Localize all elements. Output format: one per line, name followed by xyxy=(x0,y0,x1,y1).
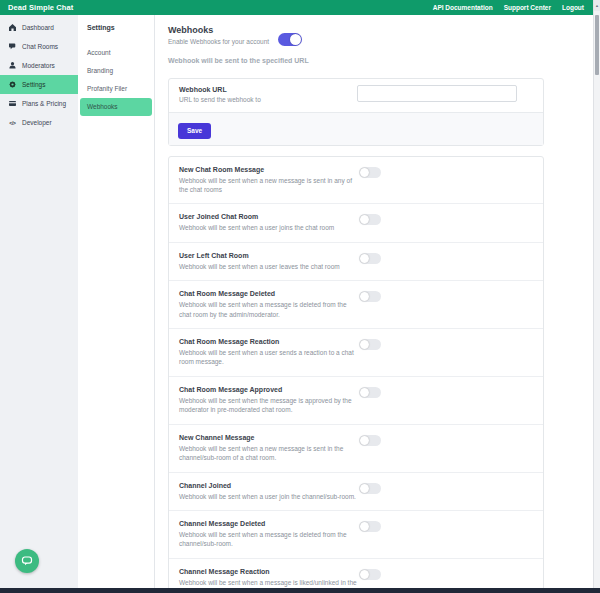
event-text: Channel Message Reaction Webhook will be… xyxy=(179,568,359,588)
settings-nav-item[interactable]: Webhooks xyxy=(80,98,152,116)
event-text: Chat Room Message Deleted Webhook will b… xyxy=(179,290,359,319)
topbar-link[interactable]: Support Center xyxy=(504,4,551,11)
sidebar-item-label: Moderators xyxy=(22,62,55,69)
settings-nav-item[interactable]: Profanity Filer xyxy=(80,80,152,98)
event-description: Webhook will be sent when a message is d… xyxy=(179,530,359,549)
sidebar-item-moderators[interactable]: Moderators xyxy=(0,56,78,75)
topbar-links: API DocumentationSupport CenterLogout xyxy=(433,4,584,11)
primary-sidebar: Dashboard Chat Rooms Moderators Settings… xyxy=(0,15,78,588)
settings-nav: Settings AccountBrandingProfanity FilerW… xyxy=(78,15,155,588)
window-bottom-edge xyxy=(0,588,600,593)
enable-webhooks-toggle[interactable] xyxy=(278,33,302,46)
event-description: Webhook will be sent when a user leaves … xyxy=(179,262,359,271)
webhook-event-row: Chat Room Message Deleted Webhook will b… xyxy=(169,280,543,328)
moderator-icon xyxy=(8,61,17,70)
page-title: Webhooks xyxy=(168,25,593,35)
event-title: Channel Message Deleted xyxy=(179,520,359,527)
event-toggle[interactable] xyxy=(359,387,381,398)
topbar-link[interactable]: API Documentation xyxy=(433,4,493,11)
event-toggle[interactable] xyxy=(359,167,381,178)
toggle-knob xyxy=(360,436,369,445)
settings-nav-item[interactable]: Account xyxy=(80,44,152,62)
save-button[interactable]: Save xyxy=(178,123,211,139)
settings-nav-list: AccountBrandingProfanity FilerWebhooks xyxy=(78,44,154,116)
event-text: Chat Room Message Reaction Webhook will … xyxy=(179,338,359,367)
webhooks-settings-panel: Webhooks Enable Webhooks for your accoun… xyxy=(155,15,593,588)
toggle-knob xyxy=(360,388,369,397)
sidebar-item-label: Dashboard xyxy=(22,24,54,31)
sidebar-item-label: Plans & Pricing xyxy=(22,100,66,107)
code-icon: </> xyxy=(8,118,17,127)
toggle-knob xyxy=(360,484,369,493)
webhook-event-row: Channel Message Deleted Webhook will be … xyxy=(169,510,543,558)
event-description: Webhook will be sent when a new message … xyxy=(179,176,359,195)
event-title: Channel Joined xyxy=(179,482,359,489)
gear-icon xyxy=(8,80,17,89)
topbar-link[interactable]: Logout xyxy=(562,4,584,11)
event-text: User Left Chat Room Webhook will be sent… xyxy=(179,252,359,271)
sidebar-item-label: Settings xyxy=(22,81,46,88)
webhook-event-row: User Left Chat Room Webhook will be sent… xyxy=(169,242,543,280)
page-subtitle: Enable Webhooks for your account xyxy=(168,38,593,45)
webhook-url-card-footer: Save xyxy=(169,112,543,145)
webhook-event-row: Chat Room Message Approved Webhook will … xyxy=(169,376,543,424)
vertical-scrollbar[interactable]: ▲ xyxy=(593,0,600,593)
event-toggle[interactable] xyxy=(359,253,381,264)
help-chat-widget-button[interactable] xyxy=(15,549,39,573)
event-description: Webhook will be sent when a user joins t… xyxy=(179,223,359,232)
webhook-event-row: User Joined Chat Room Webhook will be se… xyxy=(169,203,543,241)
webhook-url-note: Webhook will be sent to the specified UR… xyxy=(168,57,593,64)
top-navbar: Dead Simple Chat API DocumentationSuppor… xyxy=(0,0,600,15)
webhook-url-card: Webhook URL URL to send the webhook to S… xyxy=(168,78,544,146)
toggle-knob xyxy=(360,340,369,349)
webhook-event-row: New Channel Message Webhook will be sent… xyxy=(169,424,543,472)
event-description: Webhook will be sent when a message is d… xyxy=(179,300,359,319)
event-text: Channel Joined Webhook will be sent when… xyxy=(179,482,359,501)
event-toggle[interactable] xyxy=(359,435,381,446)
event-description: Webhook will be sent when a new message … xyxy=(179,444,359,463)
scroll-up-arrow-icon[interactable]: ▲ xyxy=(594,0,600,11)
webhook-url-input[interactable] xyxy=(357,85,517,102)
event-title: New Channel Message xyxy=(179,434,359,441)
toggle-knob xyxy=(360,522,369,531)
toggle-knob xyxy=(290,34,301,45)
sidebar-item-label: Chat Rooms xyxy=(22,43,58,50)
settings-nav-item[interactable]: Branding xyxy=(80,62,152,80)
webhook-event-row: Channel Message Reaction Webhook will be… xyxy=(169,558,543,588)
scrollbar-thumb[interactable] xyxy=(595,15,599,75)
sidebar-item-chat-rooms[interactable]: Chat Rooms xyxy=(0,37,78,56)
event-text: Chat Room Message Approved Webhook will … xyxy=(179,386,359,415)
event-toggle[interactable] xyxy=(359,521,381,532)
credit-card-icon xyxy=(8,99,17,108)
event-toggle[interactable] xyxy=(359,483,381,494)
sidebar-item-dashboard[interactable]: Dashboard xyxy=(0,18,78,37)
event-description: Webhook will be sent when the message is… xyxy=(179,396,359,415)
webhook-event-row: Channel Joined Webhook will be sent when… xyxy=(169,472,543,510)
event-toggle[interactable] xyxy=(359,291,381,302)
event-title: Chat Room Message Reaction xyxy=(179,338,359,345)
event-title: New Chat Room Message xyxy=(179,166,359,173)
toggle-knob xyxy=(360,168,369,177)
brand[interactable]: Dead Simple Chat xyxy=(8,3,73,12)
webhook-event-row: New Chat Room Message Webhook will be se… xyxy=(169,157,543,204)
event-description: Webhook will be sent when a user sends a… xyxy=(179,348,359,367)
event-text: Channel Message Deleted Webhook will be … xyxy=(179,520,359,549)
sidebar-item-settings[interactable]: Settings xyxy=(0,75,78,94)
event-toggle[interactable] xyxy=(359,214,381,225)
toggle-knob xyxy=(360,215,369,224)
event-text: New Channel Message Webhook will be sent… xyxy=(179,434,359,463)
event-title: Chat Room Message Approved xyxy=(179,386,359,393)
event-toggle[interactable] xyxy=(359,569,381,580)
sidebar-item-label: Developer xyxy=(22,119,52,126)
toggle-knob xyxy=(360,254,369,263)
chat-bubble-icon xyxy=(21,555,33,567)
webhook-url-card-body: Webhook URL URL to send the webhook to xyxy=(169,79,543,112)
sidebar-item-plans-pricing[interactable]: Plans & Pricing xyxy=(0,94,78,113)
sidebar-item-developer[interactable]: </> Developer xyxy=(0,113,78,132)
event-text: User Joined Chat Room Webhook will be se… xyxy=(179,213,359,232)
toggle-knob xyxy=(360,570,369,579)
event-toggle[interactable] xyxy=(359,339,381,350)
event-description: Webhook will be sent when a message is l… xyxy=(179,578,359,588)
chat-bubble-icon xyxy=(8,42,17,51)
event-description: Webhook will be sent when a user join th… xyxy=(179,492,359,501)
